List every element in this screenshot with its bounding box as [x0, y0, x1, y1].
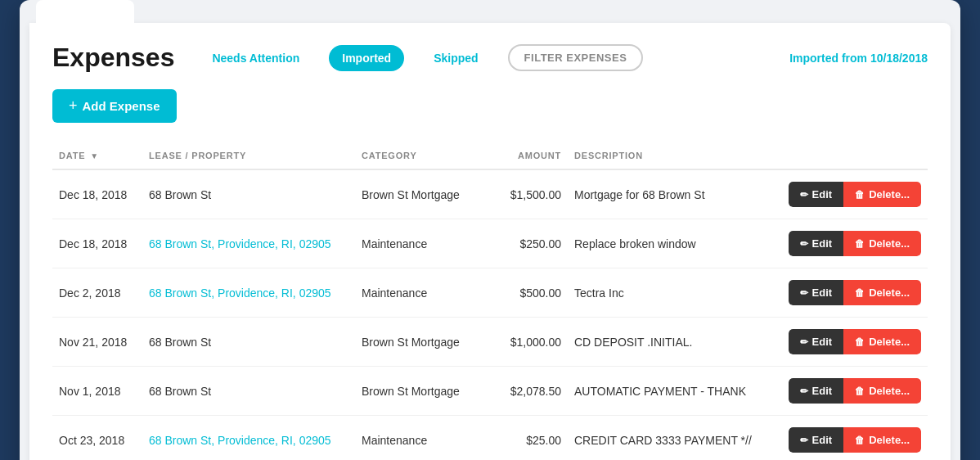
lease-text: 68 Brown St — [149, 385, 211, 398]
pencil-icon — [800, 188, 808, 201]
action-btn-group: Edit Delete... — [789, 231, 921, 256]
cell-lease: 68 Brown St, Providence, RI, 02905 — [142, 268, 355, 318]
pencil-icon — [800, 385, 808, 397]
lease-link[interactable]: 68 Brown St, Providence, RI, 02905 — [149, 237, 331, 250]
col-actions — [780, 142, 928, 169]
plus-icon: + — [69, 97, 78, 115]
delete-label: Delete... — [869, 237, 910, 250]
cell-category: Maintenance — [355, 416, 486, 461]
lease-link[interactable]: 68 Brown St, Providence, RI, 02905 — [149, 286, 331, 300]
cell-actions: Edit Delete... — [780, 416, 928, 461]
cell-actions: Edit Delete... — [780, 268, 928, 318]
delete-button[interactable]: Delete... — [843, 329, 921, 354]
trash-icon — [855, 336, 865, 348]
cell-lease: 68 Brown St, Providence, RI, 02905 — [142, 416, 355, 461]
edit-label: Edit — [812, 385, 833, 397]
delete-label: Delete... — [869, 286, 910, 299]
edit-label: Edit — [812, 237, 833, 250]
table-row: Nov 21, 2018 68 Brown St Brown St Mortga… — [52, 318, 928, 367]
trash-icon — [855, 188, 865, 201]
delete-label: Delete... — [869, 336, 910, 348]
cell-actions: Edit Delete... — [780, 219, 928, 268]
edit-button[interactable]: Edit — [789, 378, 844, 404]
pencil-icon — [800, 237, 808, 250]
sort-arrow-icon: ▼ — [90, 151, 99, 160]
cell-description: AUTOMATIC PAYMENT - THANK — [568, 367, 780, 416]
edit-label: Edit — [812, 434, 833, 446]
edit-button[interactable]: Edit — [789, 329, 844, 354]
trash-icon — [855, 237, 865, 250]
expenses-table: DATE ▼ LEASE / PROPERTY CATEGORY AMOUNT … — [52, 142, 928, 460]
cell-actions: Edit Delete... — [780, 367, 928, 416]
action-btn-group: Edit Delete... — [789, 378, 921, 404]
cell-date: Dec 18, 2018 — [52, 169, 142, 219]
edit-button[interactable]: Edit — [789, 427, 844, 453]
cell-category: Brown St Mortgage — [355, 169, 486, 219]
tab-skipped[interactable]: Skipped — [420, 45, 491, 71]
cell-date: Dec 2, 2018 — [52, 268, 142, 318]
cell-date: Dec 18, 2018 — [52, 219, 142, 268]
cell-lease: 68 Brown St — [142, 318, 355, 367]
col-lease: LEASE / PROPERTY — [142, 142, 355, 169]
delete-label: Delete... — [869, 385, 910, 397]
edit-button[interactable]: Edit — [789, 231, 844, 256]
cell-amount: $500.00 — [486, 268, 568, 318]
cell-date: Oct 23, 2018 — [52, 416, 142, 461]
tab-imported[interactable]: Imported — [329, 45, 404, 71]
add-expense-button[interactable]: + Add Expense — [52, 89, 177, 123]
cell-date: Nov 1, 2018 — [52, 367, 142, 416]
edit-label: Edit — [812, 336, 833, 348]
table-row: Nov 1, 2018 68 Brown St Brown St Mortgag… — [52, 367, 928, 416]
lease-link[interactable]: 68 Brown St, Providence, RI, 02905 — [149, 434, 331, 447]
cell-category: Brown St Mortgage — [355, 318, 486, 367]
cell-date: Nov 21, 2018 — [52, 318, 142, 367]
edit-label: Edit — [812, 286, 833, 299]
filter-expenses-button[interactable]: FILTER EXPENSES — [508, 44, 644, 71]
imported-from-label: Imported from 10/18/2018 — [789, 52, 928, 65]
cell-description: Mortgage for 68 Brown St — [568, 169, 780, 219]
cell-amount: $25.00 — [486, 416, 568, 461]
trash-icon — [855, 286, 865, 299]
delete-button[interactable]: Delete... — [843, 231, 921, 256]
delete-label: Delete... — [869, 434, 910, 446]
action-btn-group: Edit Delete... — [789, 427, 921, 453]
cell-category: Maintenance — [355, 268, 486, 318]
trash-icon — [855, 434, 865, 446]
col-category: CATEGORY — [355, 142, 486, 169]
table-row: Oct 23, 2018 68 Brown St, Providence, RI… — [52, 416, 928, 461]
pencil-icon — [800, 286, 808, 299]
cell-amount: $250.00 — [486, 219, 568, 268]
trash-icon — [855, 385, 865, 397]
tab-needs-attention[interactable]: Needs Attention — [199, 45, 312, 71]
add-expense-label: Add Expense — [83, 99, 160, 113]
table-row: Dec 2, 2018 68 Brown St, Providence, RI,… — [52, 268, 928, 318]
col-amount: AMOUNT — [486, 142, 568, 169]
edit-button[interactable]: Edit — [789, 280, 844, 305]
cell-actions: Edit Delete... — [780, 318, 928, 367]
delete-button[interactable]: Delete... — [843, 182, 921, 207]
edit-button[interactable]: Edit — [789, 182, 844, 207]
action-btn-group: Edit Delete... — [789, 280, 921, 305]
cell-amount: $2,078.50 — [486, 367, 568, 416]
cell-description: Tectra Inc — [568, 268, 780, 318]
cell-lease: 68 Brown St, Providence, RI, 02905 — [142, 219, 355, 268]
table-header-row: DATE ▼ LEASE / PROPERTY CATEGORY AMOUNT … — [52, 142, 928, 169]
pencil-icon — [800, 434, 808, 446]
cell-amount: $1,500.00 — [486, 169, 568, 219]
action-btn-group: Edit Delete... — [789, 329, 921, 354]
action-btn-group: Edit Delete... — [789, 182, 921, 207]
delete-button[interactable]: Delete... — [843, 280, 921, 305]
cell-actions: Edit Delete... — [780, 169, 928, 219]
cell-amount: $1,000.00 — [486, 318, 568, 367]
pencil-icon — [800, 336, 808, 348]
col-date[interactable]: DATE ▼ — [52, 142, 142, 169]
cell-description: CD DEPOSIT .INITIAL. — [568, 318, 780, 367]
lease-text: 68 Brown St — [149, 336, 211, 349]
delete-label: Delete... — [869, 188, 910, 201]
delete-button[interactable]: Delete... — [843, 427, 921, 453]
delete-button[interactable]: Delete... — [843, 378, 921, 404]
cell-description: Replace broken window — [568, 219, 780, 268]
col-description: DESCRIPTION — [568, 142, 780, 169]
lease-text: 68 Brown St — [149, 188, 211, 201]
page-title: Expenses — [52, 43, 174, 73]
